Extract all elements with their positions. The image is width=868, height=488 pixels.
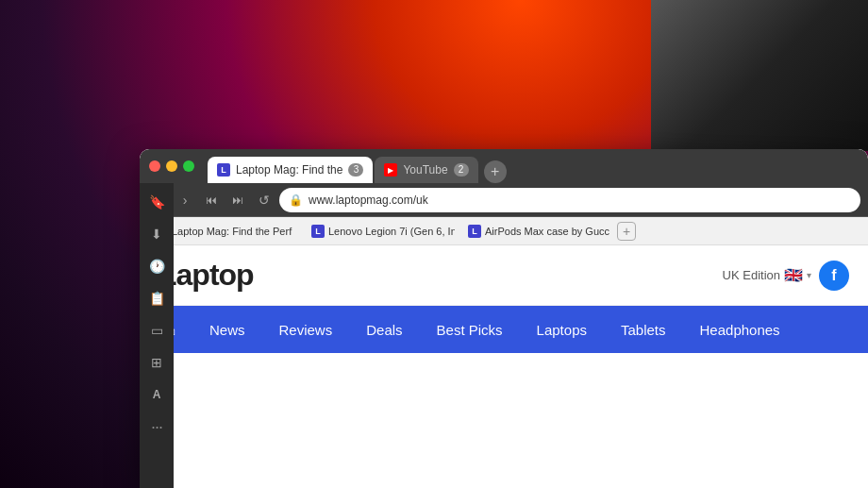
bookmark-label: Laptop Mag: Find the Perf	[172, 226, 292, 237]
facebook-button[interactable]: f	[819, 261, 849, 291]
site-logo: Laptop	[159, 258, 723, 293]
laptop-mag-tab-icon: L	[217, 163, 230, 177]
edition-selector[interactable]: UK Edition 🇬🇧 ▾	[723, 266, 811, 284]
site-navigation: ⌂ News Reviews Deals Best Picks Laptops …	[140, 306, 868, 353]
grid-sidebar-icon[interactable]: ⊞	[147, 353, 166, 372]
forward-button[interactable]: ›	[174, 189, 196, 211]
tabs-bar: L Laptop Mag: Find the 3 ▶ YouTube 2 +	[208, 149, 859, 183]
uk-flag-icon: 🇬🇧	[784, 266, 803, 284]
bookmark-sidebar-icon[interactable]: 🔖	[147, 193, 166, 211]
browser-title-bar: L Laptop Mag: Find the 3 ▶ YouTube 2 +	[140, 149, 868, 183]
add-bookmark-button[interactable]: +	[617, 222, 636, 241]
page-body	[140, 353, 868, 488]
notes-sidebar-icon[interactable]: 📋	[147, 289, 166, 308]
tab-laptop-mag[interactable]: L Laptop Mag: Find the 3	[208, 157, 373, 183]
bookmark-airpods-icon: L	[468, 225, 481, 238]
youtube-tab-icon: ▶	[384, 163, 397, 177]
website-content: Laptop UK Edition 🇬🇧 ▾ f ⌂ News Reviews …	[140, 245, 868, 488]
nav-item-reviews[interactable]: Reviews	[262, 306, 350, 353]
desktop-dark-panel	[651, 0, 868, 151]
fullscreen-button[interactable]	[183, 160, 194, 172]
tab-label: YouTube	[403, 163, 447, 177]
add-tab-button[interactable]: +	[484, 160, 507, 183]
nav-item-headphones[interactable]: Headphones	[683, 306, 797, 353]
wallet-sidebar-icon[interactable]: ▭	[147, 321, 166, 340]
bookmark-label: AirPods Max case by Gucc	[485, 226, 609, 237]
nav-item-best-picks[interactable]: Best Picks	[420, 306, 520, 353]
download-sidebar-icon[interactable]: ⬇	[147, 225, 166, 244]
address-text: www.laptopmag.com/uk	[309, 194, 851, 207]
bookmark-lenovo[interactable]: L Lenovo Legion 7i (Gen 6, In	[304, 223, 455, 240]
chevron-down-icon: ▾	[807, 270, 811, 280]
tab-badge: 3	[348, 163, 363, 177]
bookmarks-bar: L Laptop Mag: Find the Perf L Lenovo Leg…	[140, 217, 868, 245]
minimize-button[interactable]	[166, 160, 177, 172]
refresh-button[interactable]: ↺	[253, 189, 275, 211]
bookmark-lenovo-icon: L	[311, 225, 325, 238]
traffic-lights	[149, 160, 194, 172]
nav-item-deals[interactable]: Deals	[349, 306, 419, 353]
site-header-right: UK Edition 🇬🇧 ▾ f	[723, 261, 849, 291]
home-button[interactable]: ⏮	[200, 189, 223, 211]
browser-window: L Laptop Mag: Find the 3 ▶ YouTube 2 + ‹…	[140, 149, 868, 488]
translate-sidebar-icon[interactable]: A	[147, 385, 166, 404]
address-bar[interactable]: 🔒 www.laptopmag.com/uk	[279, 188, 860, 212]
bookmark-airpods[interactable]: L AirPods Max case by Gucc	[460, 223, 611, 240]
browser-sidebar: 🔖 ⬇ 🕐 📋 ▭ ⊞ A ···	[140, 183, 174, 488]
more-sidebar-icon[interactable]: ···	[147, 417, 166, 436]
nav-item-news[interactable]: News	[192, 306, 262, 353]
tab-youtube[interactable]: ▶ YouTube 2	[375, 157, 477, 183]
history-sidebar-icon[interactable]: 🕐	[147, 257, 166, 276]
edition-label: UK Edition	[723, 268, 780, 282]
bookmark-label: Lenovo Legion 7i (Gen 6, In	[328, 226, 455, 237]
site-header: Laptop UK Edition 🇬🇧 ▾ f	[140, 245, 868, 306]
skip-button[interactable]: ⏭	[226, 189, 249, 211]
nav-item-tablets[interactable]: Tablets	[604, 306, 683, 353]
facebook-icon: f	[831, 267, 836, 284]
nav-item-laptops[interactable]: Laptops	[520, 306, 604, 353]
security-icon: 🔒	[289, 194, 303, 207]
address-bar-row: ‹ › ⏮ ⏭ ↺ 🔒 www.laptopmag.com/uk	[140, 183, 868, 217]
close-button[interactable]	[149, 160, 160, 172]
tab-label: Laptop Mag: Find the	[236, 163, 342, 177]
tab-badge: 2	[454, 163, 469, 177]
